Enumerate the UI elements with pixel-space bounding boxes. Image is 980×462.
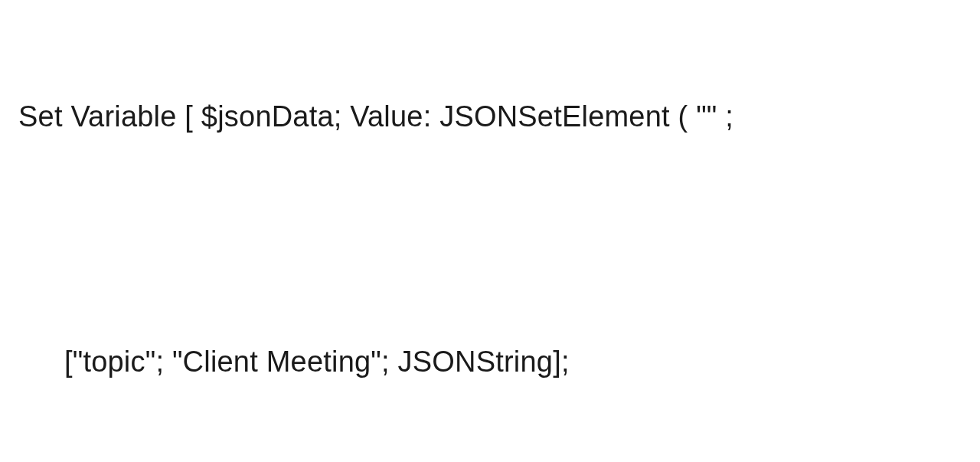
code-block: Set Variable [ $jsonData; Value: JSONSet… [18, 15, 962, 462]
code-line-2: ["topic"; "Client Meeting"; JSONString]; [18, 342, 962, 382]
code-line-1: Set Variable [ $jsonData; Value: JSONSet… [18, 97, 962, 137]
blank-line [18, 219, 962, 260]
